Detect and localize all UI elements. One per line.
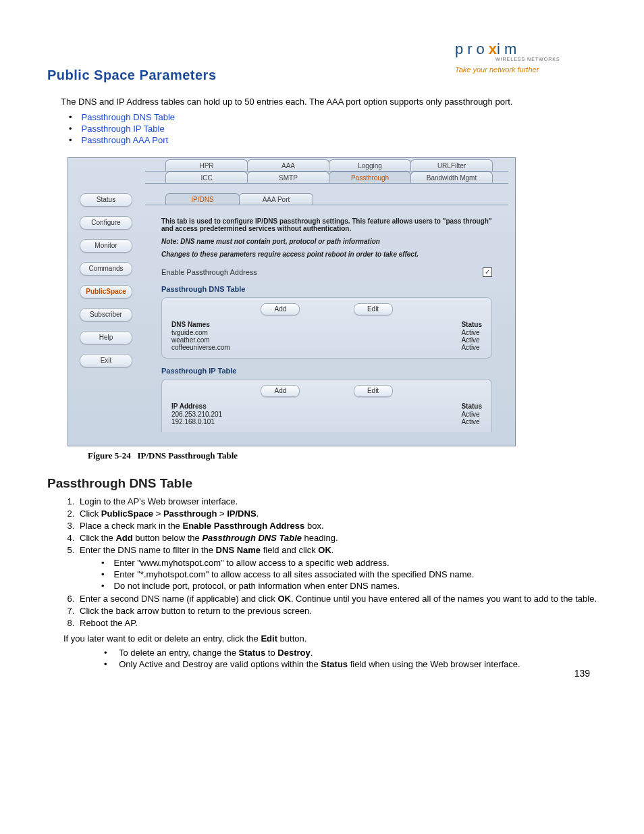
step-bold: OK bbox=[277, 594, 291, 604]
tab-hpr[interactable]: HPR bbox=[165, 159, 248, 171]
sidebar-item-configure[interactable]: Configure bbox=[80, 216, 132, 230]
tab-smtp[interactable]: SMTP bbox=[247, 172, 329, 183]
step-8: Reboot the AP. bbox=[77, 618, 597, 628]
sidebar-item-help[interactable]: Help bbox=[80, 331, 132, 344]
sub-tab-row: IP/DNS AAA Port bbox=[145, 184, 508, 205]
after-sub-2: Only Active and Destroy are valid option… bbox=[104, 659, 597, 669]
ip-table-title: Passthrough IP Table bbox=[161, 367, 492, 375]
ip-row-status: Active bbox=[461, 418, 482, 425]
figure-caption: Figure 5-24 IP/DNS Passthrough Table bbox=[88, 450, 597, 461]
step-text: box. bbox=[304, 521, 323, 531]
step-5-sublist: Enter "www.myhotspot.com" to allow acces… bbox=[101, 558, 597, 591]
step-bold-italic: Passthrough DNS Table bbox=[202, 533, 302, 543]
sidebar-item-monitor[interactable]: Monitor bbox=[80, 239, 132, 253]
sidebar-item-commands[interactable]: Commands bbox=[80, 262, 132, 276]
link-list: Passthrough DNS Table Passthrough IP Tab… bbox=[69, 112, 597, 145]
ip-add-button[interactable]: Add bbox=[261, 385, 300, 397]
after-sub-1: To delete an entry, change the Status to… bbox=[104, 648, 597, 658]
sidebar: Status Configure Monitor Commands Public… bbox=[68, 158, 144, 446]
step-6: Enter a second DNS name (if applicable) … bbox=[77, 594, 597, 604]
dns-row-name: coffeeuniverse.com bbox=[171, 344, 230, 351]
step-text: > bbox=[153, 509, 163, 519]
step-text: Click bbox=[80, 509, 101, 519]
sub-text: Only Active and Destroy are valid option… bbox=[119, 659, 321, 669]
dns-table-panel: Add Edit DNS Names tvguide.com weather.c… bbox=[161, 297, 492, 359]
dns-col-header-status: Status bbox=[461, 321, 482, 328]
step-bold: Add bbox=[115, 533, 132, 543]
tab-bandwidth[interactable]: Bandwidth Mgmt bbox=[410, 172, 493, 183]
link-passthrough-dns[interactable]: Passthrough DNS Table bbox=[82, 112, 176, 122]
desc-main: This tab is used to configure IP/DNS pas… bbox=[161, 217, 492, 232]
link-passthrough-ip[interactable]: Passthrough IP Table bbox=[82, 124, 165, 134]
logo-text-pre: pro bbox=[455, 41, 489, 57]
screenshot-figure: Status Configure Monitor Commands Public… bbox=[68, 157, 516, 446]
dns-add-button[interactable]: Add bbox=[261, 303, 300, 315]
dns-row-status: Active bbox=[461, 344, 482, 351]
step-bold: Passthrough bbox=[163, 509, 217, 519]
step-2: Click PublicSpace > Passthrough > IP/DNS… bbox=[77, 509, 597, 519]
tab-aaa[interactable]: AAA bbox=[247, 159, 329, 171]
step-5: Enter the DNS name to filter in the DNS … bbox=[77, 545, 597, 591]
sidebar-item-publicspace[interactable]: PublicSpace bbox=[80, 285, 132, 298]
step-text: Click the bbox=[80, 533, 115, 543]
step-text: > bbox=[217, 509, 227, 519]
after-text-post: button. bbox=[277, 633, 306, 644]
step-4: Click the Add button below the Passthrou… bbox=[77, 533, 597, 543]
logo-subtitle-1: WIRELESS NETWORKS bbox=[495, 57, 590, 61]
page-number: 139 bbox=[574, 668, 590, 679]
dns-col-header-names: DNS Names bbox=[171, 321, 230, 328]
step-text: field and click bbox=[261, 545, 318, 555]
step-text: Enter the DNS name to filter in the bbox=[80, 545, 216, 555]
step-text: Place a check mark in the bbox=[80, 521, 182, 531]
ip-col-header-addr: IP Address bbox=[171, 402, 222, 410]
sub-text: . bbox=[311, 648, 313, 658]
sidebar-item-subscriber[interactable]: Subscriber bbox=[80, 308, 132, 321]
ip-table-panel: Add Edit IP Address 206.253.210.201 192.… bbox=[161, 379, 492, 432]
tab-logging[interactable]: Logging bbox=[329, 159, 411, 171]
logo-text-post: im bbox=[497, 41, 520, 57]
brand-logo: proxim WIRELESS NETWORKS Take your netwo… bbox=[455, 41, 590, 74]
tab-icc[interactable]: ICC bbox=[165, 172, 248, 183]
step-text: button below the bbox=[133, 533, 203, 543]
dns-row-name: tvguide.com bbox=[171, 329, 230, 336]
tab-passthrough[interactable]: Passthrough bbox=[329, 172, 411, 183]
dns-table-title: Passthrough DNS Table bbox=[161, 285, 492, 293]
tab-urlfilter[interactable]: URLFilter bbox=[410, 159, 493, 171]
figure-label: Figure 5-24 bbox=[88, 450, 131, 461]
step-7: Click the back arrow button to return to… bbox=[77, 606, 597, 616]
enable-passthrough-label: Enable Passthrough Address bbox=[161, 268, 257, 276]
sub-bold: Status bbox=[239, 648, 266, 658]
ip-col-header-status: Status bbox=[461, 402, 482, 410]
link-passthrough-aaa[interactable]: Passthrough AAA Port bbox=[82, 135, 169, 145]
step-text: heading. bbox=[302, 533, 338, 543]
after-text-pre: If you later want to edit or delete an e… bbox=[63, 633, 261, 644]
subtab-aaaport[interactable]: AAA Port bbox=[239, 193, 313, 205]
step-bold: OK bbox=[318, 545, 331, 555]
step-text: . bbox=[257, 509, 259, 519]
step-text: Enter a second DNS name (if applicable) … bbox=[80, 594, 277, 604]
sub-item: Do not include port, protocol, or path i… bbox=[101, 581, 597, 591]
step-text: . Continue until you have entered all of… bbox=[291, 594, 597, 604]
top-tab-row-2: ICC SMTP Passthrough Bandwidth Mgmt bbox=[145, 172, 508, 184]
dns-row-status: Active bbox=[461, 329, 482, 336]
steps-list: Login to the AP's Web browser interface.… bbox=[77, 496, 597, 628]
section-heading: Passthrough DNS Table bbox=[47, 476, 597, 491]
after-bold: Edit bbox=[261, 633, 277, 644]
desc-reboot: Changes to these parameters require acce… bbox=[161, 251, 419, 258]
ip-edit-button[interactable]: Edit bbox=[354, 385, 393, 397]
content-area: HPR AAA Logging URLFilter ICC SMTP Passt… bbox=[144, 158, 515, 446]
subtab-ipdns[interactable]: IP/DNS bbox=[165, 193, 240, 205]
step-bold: DNS Name bbox=[216, 545, 261, 555]
dns-edit-button[interactable]: Edit bbox=[354, 303, 393, 315]
enable-passthrough-checkbox[interactable]: ✓ bbox=[483, 267, 492, 277]
sidebar-item-exit[interactable]: Exit bbox=[80, 354, 132, 367]
figure-text: IP/DNS Passthrough Table bbox=[137, 450, 238, 461]
sidebar-item-status[interactable]: Status bbox=[80, 193, 132, 207]
sub-item: Enter "*.myhotspot.com" to allow access … bbox=[101, 569, 597, 579]
step-bold: IP/DNS bbox=[227, 509, 256, 519]
ip-row-addr: 192.168.0.101 bbox=[171, 418, 222, 425]
sub-text: To delete an entry, change the bbox=[119, 648, 239, 658]
tab-description: This tab is used to configure IP/DNS pas… bbox=[161, 217, 492, 258]
after-sublist: To delete an entry, change the Status to… bbox=[104, 648, 597, 669]
step-bold: PublicSpace bbox=[101, 509, 153, 519]
